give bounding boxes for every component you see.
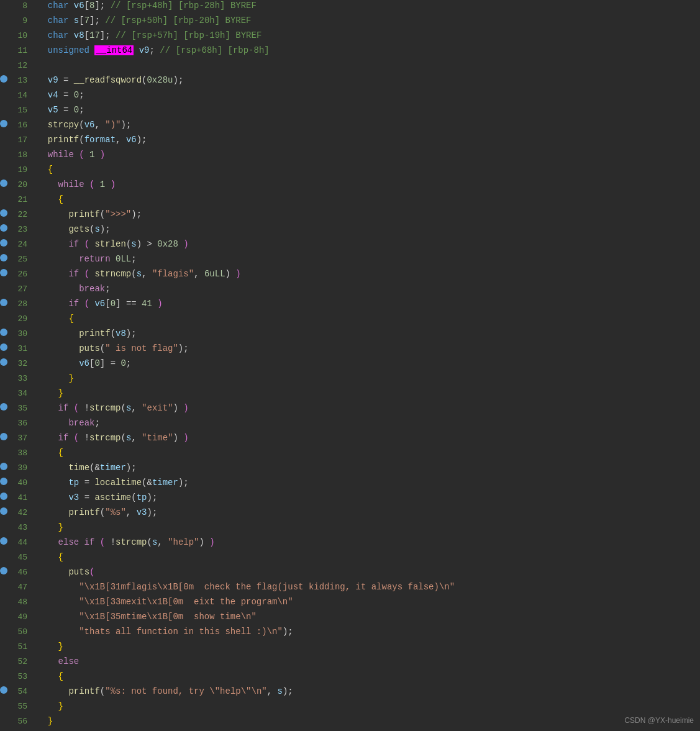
code-content: v5 = 0; [35,105,700,115]
breakpoint-indicator[interactable] [0,567,7,574]
breakpoint-indicator[interactable] [0,343,7,351]
code-content: printf("%s: not found, try \"help\"\n", … [35,686,700,696]
table-row: 55 } [0,701,700,715]
no-breakpoint [0,522,7,530]
table-row: 28 if ( v6[0] == 41 ) [0,298,700,313]
table-row: 25 return 0LL; [0,253,700,268]
no-breakpoint [0,418,7,425]
line-number: 41 [10,493,35,502]
line-number: 35 [10,404,35,413]
line-number: 22 [10,210,35,219]
line-number: 50 [10,627,35,637]
no-breakpoint [0,150,7,157]
table-row: 51 } [0,641,700,656]
table-row: 39 time(&timer); [0,462,700,477]
table-row: 45 { [0,552,700,566]
code-content: { [35,671,700,681]
table-row: 53 { [0,671,700,686]
no-breakpoint [0,612,7,619]
line-number: 20 [10,180,35,189]
line-number: 25 [10,255,35,264]
table-row: 13 v9 = __readfsqword(0x28u); [0,75,700,89]
breakpoint-indicator[interactable] [0,493,7,500]
line-number: 29 [10,314,35,324]
line-number: 46 [10,568,35,577]
line-number: 17 [10,135,35,145]
breakpoint-indicator[interactable] [0,269,7,276]
table-row: 48 "\x1B[33mexit\x1B[0m eixt the program… [0,596,700,611]
line-number: 19 [10,165,35,175]
line-number: 44 [10,538,35,547]
breakpoint-indicator[interactable] [0,507,7,515]
line-number: 24 [10,240,35,249]
line-number: 28 [10,299,35,309]
breakpoint-indicator[interactable] [0,209,7,217]
code-content: printf("%s", v3); [35,507,700,517]
no-breakpoint [0,582,7,589]
code-content: printf(format, v6); [35,135,700,145]
breakpoint-indicator[interactable] [0,120,7,127]
table-row: 38 { [0,447,700,462]
code-content: if ( strlen(s) > 0x28 ) [35,239,700,249]
no-breakpoint [0,388,7,396]
line-number: 42 [10,508,35,517]
table-row: 40 tp = localtime(&timer); [0,477,700,492]
code-content: while ( 1 ) [35,150,700,160]
code-content: "\x1B[31mflagis\x1B[0m check the flag(ju… [35,582,700,592]
code-content: char v6[8]; // [rsp+48h] [rbp-28h] BYREF [35,1,700,11]
no-breakpoint [0,671,7,679]
breakpoint-indicator[interactable] [0,403,7,411]
watermark: CSDN @YX-hueimie [624,716,694,725]
table-row: 24 if ( strlen(s) > 0x28 ) [0,238,700,253]
breakpoint-indicator[interactable] [0,358,7,366]
table-row: 49 "\x1B[35mtime\x1B[0m show time\n" [0,611,700,626]
line-number: 55 [10,702,35,711]
breakpoint-indicator[interactable] [0,686,7,694]
code-content: puts(" is not flag"); [35,343,700,353]
code-content: char v8[17]; // [rsp+57h] [rbp-19h] BYRE… [35,30,700,40]
no-breakpoint [0,1,7,8]
table-row: 56 } [0,715,700,730]
line-number: 43 [10,523,35,532]
breakpoint-indicator[interactable] [0,329,7,336]
line-number: 39 [10,463,35,473]
table-row: 21 { [0,194,700,209]
breakpoint-indicator[interactable] [0,239,7,247]
breakpoint-indicator[interactable] [0,478,7,485]
code-content: time(&timer); [35,463,700,473]
table-row: 36 break; [0,417,700,432]
no-breakpoint [0,284,7,291]
code-content: { [35,448,700,458]
code-content: v6[0] = 0; [35,358,700,368]
no-breakpoint [0,597,7,604]
table-row: 34 } [0,388,700,402]
table-row: 26 if ( strncmp(s, "flagis", 6uLL) ) [0,268,700,283]
code-content: { [35,314,700,324]
code-content: } [35,373,700,383]
no-breakpoint [0,314,7,321]
breakpoint-indicator[interactable] [0,299,7,306]
table-row: 8 char v6[8]; // [rsp+48h] [rbp-28h] BYR… [0,0,700,15]
table-row: 15 v5 = 0; [0,104,700,119]
table-row: 41 v3 = asctime(tp); [0,492,700,507]
no-breakpoint [0,135,7,142]
breakpoint-indicator[interactable] [0,75,7,83]
code-content: { [35,165,700,175]
breakpoint-indicator[interactable] [0,179,7,187]
breakpoint-indicator[interactable] [0,224,7,232]
line-number: 52 [10,657,35,666]
breakpoint-indicator[interactable] [0,537,7,545]
no-breakpoint [0,194,7,202]
breakpoint-indicator[interactable] [0,463,7,470]
line-number: 36 [10,419,35,428]
table-row: 50 "thats all function in this shell :)\… [0,626,700,641]
line-number: 10 [10,31,35,40]
breakpoint-indicator[interactable] [0,433,7,440]
table-row: 12 [0,60,700,75]
table-row: 37 if ( !strcmp(s, "time") ) [0,432,700,447]
line-number: 51 [10,642,35,652]
no-breakpoint [0,90,7,98]
breakpoint-indicator[interactable] [0,254,7,261]
no-breakpoint [0,16,7,23]
code-content: v4 = 0; [35,90,700,100]
